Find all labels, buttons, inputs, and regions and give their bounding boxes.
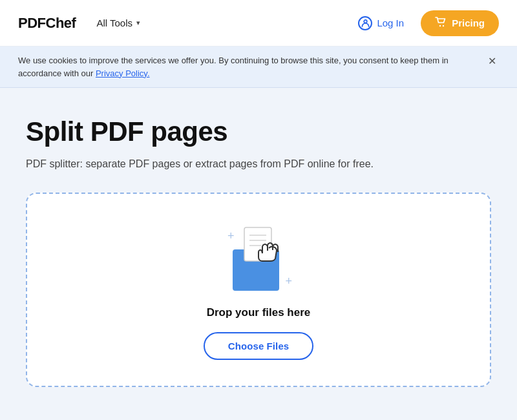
- logo: PDFChef: [18, 15, 76, 32]
- all-tools-label: All Tools: [96, 17, 132, 28]
- plus-icon-bottomright: +: [285, 275, 292, 287]
- header-left: PDFChef All Tools ▾: [18, 14, 143, 32]
- cookie-banner: We use cookies to improve the services w…: [0, 47, 517, 88]
- cart-icon: [435, 17, 447, 30]
- drop-zone[interactable]: + + Drop your files here Choose Files: [26, 193, 491, 387]
- all-tools-button[interactable]: All Tools ▾: [94, 14, 143, 32]
- header: PDFChef All Tools ▾ Log In: [0, 0, 517, 47]
- svg-point-1: [439, 25, 441, 26]
- login-label: Log In: [377, 17, 404, 28]
- main-content: Split PDF pages PDF splitter: separate P…: [0, 88, 517, 406]
- svg-point-2: [443, 25, 444, 26]
- svg-point-0: [364, 20, 367, 23]
- login-button[interactable]: Log In: [352, 12, 410, 34]
- header-right: Log In Pricing: [352, 10, 499, 36]
- pricing-button[interactable]: Pricing: [421, 10, 499, 36]
- plus-icon-topleft: +: [227, 230, 235, 242]
- cookie-text: We use cookies to improve the services w…: [18, 54, 475, 79]
- privacy-policy-link[interactable]: Privacy Policy.: [96, 68, 150, 78]
- choose-files-button[interactable]: Choose Files: [204, 332, 314, 360]
- chevron-down-icon: ▾: [136, 19, 140, 27]
- cookie-close-button[interactable]: ✕: [485, 55, 499, 67]
- page-title: Split PDF pages: [26, 116, 491, 147]
- file-illustration: + +: [220, 226, 297, 291]
- drop-label: Drop your files here: [207, 306, 311, 319]
- page-subtitle: PDF splitter: separate PDF pages or extr…: [26, 156, 491, 172]
- pricing-label: Pricing: [452, 17, 485, 28]
- hand-icon: [238, 226, 282, 264]
- user-icon: [358, 16, 372, 30]
